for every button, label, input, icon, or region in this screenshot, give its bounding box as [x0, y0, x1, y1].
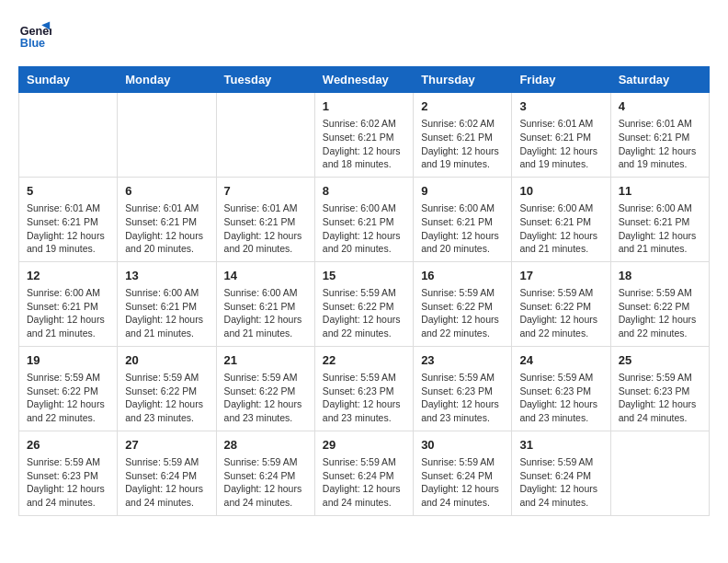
weekday-header-saturday: Saturday [610, 67, 709, 93]
day-info: Sunrise: 6:00 AM Sunset: 6:21 PM Dayligh… [27, 286, 109, 340]
calendar-cell: 19Sunrise: 5:59 AM Sunset: 6:22 PM Dayli… [19, 346, 118, 431]
day-number: 15 [323, 268, 405, 284]
weekday-header-sunday: Sunday [19, 67, 118, 93]
calendar-cell: 3Sunrise: 6:01 AM Sunset: 6:21 PM Daylig… [512, 93, 610, 178]
day-number: 21 [224, 352, 307, 369]
day-number: 7 [224, 183, 307, 200]
day-info: Sunrise: 6:01 AM Sunset: 6:21 PM Dayligh… [224, 201, 307, 256]
day-number: 1 [323, 98, 405, 115]
day-info: Sunrise: 5:59 AM Sunset: 6:22 PM Dayligh… [27, 371, 109, 425]
calendar-cell: 6Sunrise: 6:01 AM Sunset: 6:21 PM Daylig… [118, 177, 216, 261]
calendar-cell [118, 93, 216, 178]
day-number: 28 [224, 437, 307, 454]
calendar-cell: 20Sunrise: 5:59 AM Sunset: 6:22 PM Dayli… [118, 346, 216, 431]
weekday-header-thursday: Thursday [414, 67, 512, 93]
day-info: Sunrise: 5:59 AM Sunset: 6:22 PM Dayligh… [323, 286, 405, 340]
calendar-cell: 12Sunrise: 6:00 AM Sunset: 6:21 PM Dayli… [19, 261, 118, 346]
day-number: 23 [421, 352, 504, 369]
day-info: Sunrise: 5:59 AM Sunset: 6:23 PM Dayligh… [27, 455, 109, 510]
calendar-cell: 4Sunrise: 6:01 AM Sunset: 6:21 PM Daylig… [610, 93, 709, 178]
calendar-cell: 5Sunrise: 6:01 AM Sunset: 6:21 PM Daylig… [19, 177, 118, 261]
calendar-cell: 23Sunrise: 5:59 AM Sunset: 6:23 PM Dayli… [414, 346, 512, 431]
calendar-cell [216, 93, 314, 178]
day-number: 27 [125, 437, 208, 454]
day-number: 17 [519, 268, 602, 284]
calendar-cell: 8Sunrise: 6:00 AM Sunset: 6:21 PM Daylig… [314, 177, 413, 261]
weekday-header-wednesday: Wednesday [314, 67, 413, 93]
calendar-cell: 24Sunrise: 5:59 AM Sunset: 6:23 PM Dayli… [512, 346, 610, 431]
week-row-2: 5Sunrise: 6:01 AM Sunset: 6:21 PM Daylig… [19, 177, 710, 261]
day-info: Sunrise: 5:59 AM Sunset: 6:24 PM Dayligh… [125, 455, 208, 510]
calendar-cell: 7Sunrise: 6:01 AM Sunset: 6:21 PM Daylig… [216, 177, 314, 261]
calendar-cell: 1Sunrise: 6:02 AM Sunset: 6:21 PM Daylig… [314, 93, 413, 178]
day-number: 22 [323, 352, 405, 369]
calendar-cell: 11Sunrise: 6:00 AM Sunset: 6:21 PM Dayli… [610, 177, 709, 261]
svg-text:Blue: Blue [20, 37, 45, 50]
day-info: Sunrise: 5:59 AM Sunset: 6:22 PM Dayligh… [421, 286, 504, 340]
day-number: 2 [421, 98, 504, 115]
calendar-cell: 27Sunrise: 5:59 AM Sunset: 6:24 PM Dayli… [118, 431, 216, 515]
day-info: Sunrise: 5:59 AM Sunset: 6:22 PM Dayligh… [519, 286, 602, 340]
weekday-header-tuesday: Tuesday [216, 67, 314, 93]
day-number: 26 [27, 437, 109, 454]
calendar-cell: 28Sunrise: 5:59 AM Sunset: 6:24 PM Dayli… [216, 431, 314, 515]
day-number: 29 [323, 437, 405, 454]
calendar-cell: 29Sunrise: 5:59 AM Sunset: 6:24 PM Dayli… [314, 431, 413, 515]
day-number: 30 [421, 437, 504, 454]
week-row-3: 12Sunrise: 6:00 AM Sunset: 6:21 PM Dayli… [19, 261, 710, 346]
calendar-table: SundayMondayTuesdayWednesdayThursdayFrid… [18, 66, 710, 516]
day-info: Sunrise: 6:01 AM Sunset: 6:21 PM Dayligh… [619, 117, 701, 171]
day-number: 16 [421, 268, 504, 284]
calendar-cell: 2Sunrise: 6:02 AM Sunset: 6:21 PM Daylig… [414, 93, 512, 178]
day-number: 4 [619, 98, 701, 115]
day-number: 5 [27, 183, 109, 200]
day-number: 12 [27, 268, 109, 284]
calendar-cell: 9Sunrise: 6:00 AM Sunset: 6:21 PM Daylig… [414, 177, 512, 261]
calendar-cell: 21Sunrise: 5:59 AM Sunset: 6:22 PM Dayli… [216, 346, 314, 431]
day-info: Sunrise: 6:00 AM Sunset: 6:21 PM Dayligh… [619, 201, 701, 256]
day-info: Sunrise: 5:59 AM Sunset: 6:23 PM Dayligh… [323, 371, 405, 425]
day-info: Sunrise: 5:59 AM Sunset: 6:23 PM Dayligh… [619, 371, 701, 425]
week-row-1: 1Sunrise: 6:02 AM Sunset: 6:21 PM Daylig… [19, 93, 710, 178]
calendar-cell: 16Sunrise: 5:59 AM Sunset: 6:22 PM Dayli… [414, 261, 512, 346]
day-info: Sunrise: 6:02 AM Sunset: 6:21 PM Dayligh… [323, 117, 405, 171]
day-number: 11 [619, 183, 701, 200]
day-info: Sunrise: 6:02 AM Sunset: 6:21 PM Dayligh… [421, 117, 504, 171]
day-info: Sunrise: 5:59 AM Sunset: 6:22 PM Dayligh… [619, 286, 701, 340]
weekday-header-row: SundayMondayTuesdayWednesdayThursdayFrid… [19, 67, 710, 93]
weekday-header-monday: Monday [118, 67, 216, 93]
calendar-cell [610, 431, 709, 515]
day-number: 10 [519, 183, 602, 200]
calendar-cell: 17Sunrise: 5:59 AM Sunset: 6:22 PM Dayli… [512, 261, 610, 346]
calendar-cell: 26Sunrise: 5:59 AM Sunset: 6:23 PM Dayli… [19, 431, 118, 515]
day-info: Sunrise: 5:59 AM Sunset: 6:24 PM Dayligh… [224, 455, 307, 510]
day-info: Sunrise: 5:59 AM Sunset: 6:22 PM Dayligh… [125, 371, 208, 425]
day-info: Sunrise: 5:59 AM Sunset: 6:22 PM Dayligh… [224, 371, 307, 425]
calendar-cell: 10Sunrise: 6:00 AM Sunset: 6:21 PM Dayli… [512, 177, 610, 261]
logo: General Blue [18, 18, 55, 52]
calendar-cell: 31Sunrise: 5:59 AM Sunset: 6:24 PM Dayli… [512, 431, 610, 515]
day-number: 20 [125, 352, 208, 369]
calendar-cell: 25Sunrise: 5:59 AM Sunset: 6:23 PM Dayli… [610, 346, 709, 431]
calendar-cell: 22Sunrise: 5:59 AM Sunset: 6:23 PM Dayli… [314, 346, 413, 431]
calendar-cell [19, 93, 118, 178]
day-info: Sunrise: 6:00 AM Sunset: 6:21 PM Dayligh… [519, 201, 602, 256]
calendar-cell: 18Sunrise: 5:59 AM Sunset: 6:22 PM Dayli… [610, 261, 709, 346]
day-number: 13 [125, 268, 208, 284]
page-header: General Blue [18, 18, 710, 52]
day-number: 9 [421, 183, 504, 200]
week-row-4: 19Sunrise: 5:59 AM Sunset: 6:22 PM Dayli… [19, 346, 710, 431]
day-info: Sunrise: 6:00 AM Sunset: 6:21 PM Dayligh… [421, 201, 504, 256]
day-info: Sunrise: 5:59 AM Sunset: 6:23 PM Dayligh… [519, 371, 602, 425]
week-row-5: 26Sunrise: 5:59 AM Sunset: 6:23 PM Dayli… [19, 431, 710, 515]
weekday-header-friday: Friday [512, 67, 610, 93]
calendar-cell: 13Sunrise: 6:00 AM Sunset: 6:21 PM Dayli… [118, 261, 216, 346]
day-info: Sunrise: 5:59 AM Sunset: 6:24 PM Dayligh… [421, 455, 504, 510]
calendar-cell: 30Sunrise: 5:59 AM Sunset: 6:24 PM Dayli… [414, 431, 512, 515]
day-info: Sunrise: 6:01 AM Sunset: 6:21 PM Dayligh… [125, 201, 208, 256]
day-info: Sunrise: 6:00 AM Sunset: 6:21 PM Dayligh… [323, 201, 405, 256]
day-info: Sunrise: 6:00 AM Sunset: 6:21 PM Dayligh… [224, 286, 307, 340]
day-info: Sunrise: 5:59 AM Sunset: 6:24 PM Dayligh… [519, 455, 602, 510]
day-number: 18 [619, 268, 701, 284]
day-number: 31 [519, 437, 602, 454]
